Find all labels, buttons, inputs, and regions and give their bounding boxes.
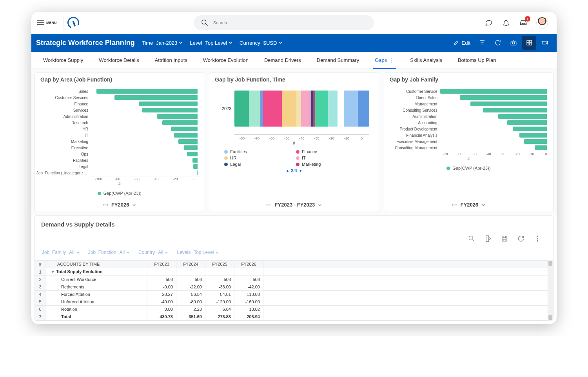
cell-value[interactable]: 13.02 <box>234 306 263 313</box>
tab-workforce-evolution[interactable]: Workforce Evolution <box>195 52 256 69</box>
search-box[interactable] <box>194 15 374 30</box>
cell-value[interactable]: -80.00 <box>176 298 205 306</box>
bar-fill[interactable] <box>498 114 547 119</box>
tab-workforce-supply[interactable]: Workforce Supply <box>35 52 91 69</box>
inbox-icon[interactable]: 1 <box>519 18 528 27</box>
tab-attrition-inputs[interactable]: Attrition Inputs <box>147 52 195 69</box>
bar-fill[interactable] <box>507 120 547 125</box>
bar-fill[interactable] <box>142 108 198 112</box>
tab-demand-drivers[interactable]: Demand Drivers <box>256 52 309 69</box>
filter-job_family[interactable]: Job_FamilyAll <box>42 250 80 255</box>
th-year[interactable]: FY2023 <box>147 261 176 268</box>
currency-selector[interactable]: $USD <box>263 40 283 46</box>
bar-fill[interactable] <box>192 158 198 163</box>
cell-value[interactable]: -33.00 <box>205 283 234 291</box>
menu-button[interactable]: MENU <box>37 20 57 25</box>
row-label[interactable]: Forced Attrition <box>45 291 147 298</box>
bar-fill[interactable] <box>187 152 198 156</box>
stacked-segment[interactable] <box>315 91 328 127</box>
bar-fill[interactable] <box>174 133 198 138</box>
stacked-segment[interactable] <box>296 91 301 127</box>
bar-fill[interactable] <box>460 95 547 100</box>
bar-fill[interactable] <box>96 89 198 94</box>
cell-value[interactable]: -42.00 <box>234 283 263 291</box>
card-footer-selector[interactable]: FY2026 <box>384 198 553 212</box>
grid-view-icon[interactable] <box>522 36 536 50</box>
bar-fill[interactable] <box>519 133 547 138</box>
bar-fill[interactable] <box>535 145 547 150</box>
time-selector[interactable]: Jan-2023 <box>156 40 183 46</box>
table-edit-icon[interactable] <box>484 235 492 244</box>
bar-fill[interactable] <box>184 145 198 150</box>
cell-value[interactable]: -113.08 <box>234 291 263 298</box>
cell-value[interactable]: -56.54 <box>176 291 205 298</box>
filter-job_function[interactable]: Job_FunctionAll <box>88 250 130 255</box>
bar-fill[interactable] <box>139 102 198 106</box>
cell-value[interactable]: 0.00 <box>147 306 176 313</box>
stacked-segment[interactable] <box>282 91 296 127</box>
cell-value[interactable]: 6.64 <box>205 306 234 313</box>
row-label[interactable]: Rotation <box>45 306 147 313</box>
cell-value[interactable] <box>147 268 176 276</box>
bar-fill[interactable] <box>483 108 547 112</box>
bell-icon[interactable] <box>502 18 510 27</box>
bar-fill[interactable] <box>171 127 198 131</box>
cell-value[interactable]: -120.00 <box>205 298 234 306</box>
bar-fill[interactable] <box>193 164 198 169</box>
cell-value[interactable]: -28.27 <box>147 291 176 298</box>
filter-levels[interactable]: LevelsTop Level <box>177 250 219 255</box>
cell-value[interactable]: -84.81 <box>205 291 234 298</box>
filter-icon[interactable] <box>475 36 489 50</box>
bar-fill[interactable] <box>524 139 547 144</box>
card-footer-selector[interactable]: FY2026 <box>35 198 204 212</box>
vertical-scrollbar[interactable] <box>548 260 553 321</box>
bar-fill[interactable] <box>157 114 198 119</box>
row-label[interactable]: Unforced Attrition <box>45 298 147 306</box>
stacked-segment[interactable] <box>338 91 344 127</box>
tab-bottoms-up-plan[interactable]: Bottoms Up Plan <box>450 52 504 69</box>
bar-fill[interactable] <box>440 89 547 94</box>
camera-icon[interactable] <box>506 36 521 50</box>
video-icon[interactable] <box>538 36 552 50</box>
cell-value[interactable]: -22.00 <box>176 283 205 291</box>
edit-button[interactable]: Edit <box>450 40 474 46</box>
bar-fill[interactable] <box>470 102 547 106</box>
bar-fill[interactable] <box>513 127 547 131</box>
cell-value[interactable]: 2.23 <box>176 306 205 313</box>
table-more-icon[interactable] <box>534 235 541 244</box>
legend-pager[interactable]: ▲2/4▼ <box>209 168 378 174</box>
cell-value[interactable]: -160.00 <box>234 298 263 306</box>
table-save-icon[interactable] <box>501 235 508 244</box>
stacked-segment[interactable] <box>358 91 369 127</box>
bar-fill[interactable] <box>162 120 198 125</box>
cell-value[interactable]: -40.00 <box>147 298 176 306</box>
cell-value[interactable]: 508 <box>147 276 176 283</box>
cell-value[interactable]: -9.00 <box>147 283 176 291</box>
cell-value[interactable]: 276.83 <box>205 313 234 321</box>
stacked-segment[interactable] <box>263 91 282 127</box>
row-label[interactable]: Retirements <box>45 283 147 291</box>
stacked-segment[interactable] <box>234 91 249 127</box>
workday-logo[interactable] <box>65 15 80 30</box>
cell-value[interactable]: 430.73 <box>147 313 176 321</box>
tab-workforce-details[interactable]: Workforce Details <box>91 52 147 69</box>
cell-value[interactable]: 351.69 <box>176 313 205 321</box>
cell-value[interactable] <box>176 268 205 276</box>
th-year[interactable]: FY2026 <box>234 261 263 268</box>
bar-fill[interactable] <box>114 95 198 100</box>
th-year[interactable]: FY2025 <box>205 261 234 268</box>
cell-value[interactable]: 508 <box>234 276 263 283</box>
tab-skills-analysis[interactable]: Skills Analysis <box>402 52 450 69</box>
row-label[interactable]: Current Workforce <box>45 276 147 283</box>
th-year[interactable]: FY2024 <box>176 261 205 268</box>
bar-fill[interactable] <box>197 170 198 175</box>
stacked-segment[interactable] <box>249 91 260 127</box>
stacked-segment[interactable] <box>328 91 338 127</box>
bar-fill[interactable] <box>178 139 198 144</box>
stacked-segment[interactable] <box>260 91 263 127</box>
cell-value[interactable]: 508 <box>205 276 234 283</box>
tab-gaps[interactable]: Gaps⋮ <box>367 52 402 69</box>
avatar[interactable] <box>536 17 548 29</box>
cell-value[interactable] <box>234 268 263 276</box>
table-search-icon[interactable] <box>468 235 475 244</box>
